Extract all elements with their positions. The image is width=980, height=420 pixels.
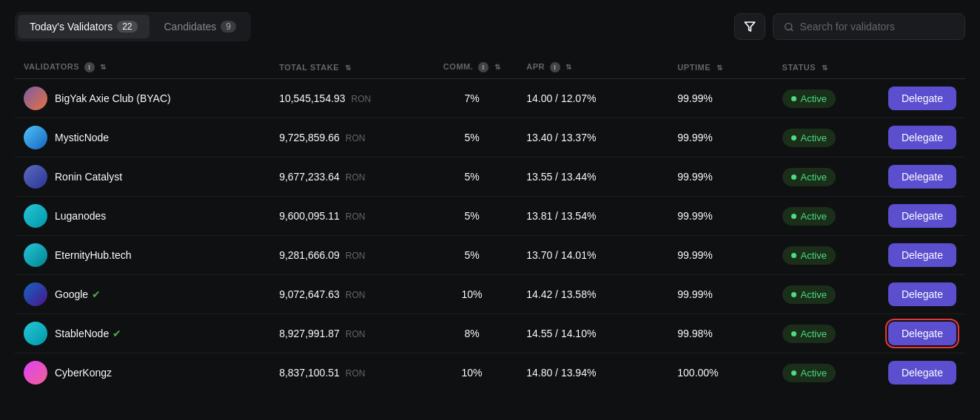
validators-sort-icon[interactable]: ⇅ bbox=[100, 63, 107, 71]
avatar-5 bbox=[24, 282, 47, 306]
table-row: BigYak Axie Club (BYAC) 10,545,154.93 RO… bbox=[15, 79, 965, 118]
comm-cell-5: 10% bbox=[426, 275, 517, 314]
apr-cell-2: 13.55 / 13.44% bbox=[517, 158, 668, 197]
status-cell-2: Active bbox=[773, 158, 879, 197]
comm-info-icon[interactable]: i bbox=[478, 62, 489, 72]
validator-cell-4: EternityHub.tech bbox=[15, 236, 270, 275]
tab-candidates-count: 9 bbox=[221, 21, 236, 33]
uptime-cell-4: 99.99% bbox=[668, 236, 773, 275]
col-header-comm: COMM. i ⇅ bbox=[426, 56, 517, 79]
status-cell-0: Active bbox=[773, 79, 879, 118]
validator-name-0: BigYak Axie Club (BYAC) bbox=[55, 92, 171, 104]
avatar-3 bbox=[24, 204, 47, 228]
delegate-button-5[interactable]: Delegate bbox=[888, 282, 956, 306]
tab-today-validators[interactable]: Today's Validators 22 bbox=[18, 15, 150, 38]
tab-candidates[interactable]: Candidates 9 bbox=[152, 15, 249, 38]
action-cell-2: Delegate bbox=[879, 158, 965, 197]
comm-cell-4: 5% bbox=[426, 236, 517, 275]
verified-icon: ✔ bbox=[92, 288, 101, 300]
uptime-cell-6: 99.98% bbox=[668, 314, 773, 353]
uptime-sort-icon[interactable]: ⇅ bbox=[716, 64, 723, 72]
comm-sort-icon[interactable]: ⇅ bbox=[494, 63, 501, 71]
uptime-cell-2: 99.99% bbox=[668, 158, 773, 197]
apr-cell-3: 13.81 / 13.54% bbox=[517, 197, 668, 236]
validator-name-3: Luganodes bbox=[55, 210, 106, 222]
validator-name-6: StableNode ✔ bbox=[55, 328, 121, 339]
comm-cell-3: 5% bbox=[426, 197, 517, 236]
validator-name-5: Google ✔ bbox=[55, 288, 101, 300]
status-cell-1: Active bbox=[773, 118, 879, 158]
stake-cell-4: 9,281,666.09 RON bbox=[270, 236, 426, 275]
search-icon bbox=[784, 21, 794, 33]
delegate-button-7[interactable]: Delegate bbox=[888, 361, 956, 385]
action-cell-7: Delegate bbox=[879, 353, 965, 393]
status-badge-2: Active bbox=[782, 168, 836, 186]
delegate-button-0[interactable]: Delegate bbox=[888, 87, 956, 110]
validator-cell-7: CyberKongz bbox=[15, 353, 270, 393]
validator-name-2: Ronin Catalyst bbox=[55, 171, 122, 183]
uptime-cell-3: 99.99% bbox=[668, 197, 773, 236]
uptime-cell-7: 100.00% bbox=[668, 353, 773, 393]
status-sort-icon[interactable]: ⇅ bbox=[822, 64, 828, 72]
search-bar bbox=[773, 13, 965, 40]
table-row: CyberKongz 8,837,100.51 RON 10% 14.80 / … bbox=[15, 353, 965, 393]
delegate-button-6[interactable]: Delegate bbox=[888, 322, 956, 345]
col-header-validators: VALIDATORS i ⇅ bbox=[15, 56, 270, 79]
col-header-apr: APR i ⇅ bbox=[517, 56, 668, 79]
stake-cell-7: 8,837,100.51 RON bbox=[270, 353, 426, 393]
right-controls bbox=[734, 13, 965, 40]
delegate-button-1[interactable]: Delegate bbox=[888, 126, 956, 149]
status-dot-0 bbox=[791, 96, 796, 101]
validator-name-4: EternityHub.tech bbox=[55, 249, 132, 261]
avatar-1 bbox=[24, 126, 47, 149]
comm-cell-1: 5% bbox=[426, 118, 517, 158]
action-cell-1: Delegate bbox=[879, 118, 965, 158]
delegate-button-3[interactable]: Delegate bbox=[888, 204, 956, 228]
validators-table: VALIDATORS i ⇅ TOTAL STAKE ⇅ COMM. i ⇅ A… bbox=[15, 56, 965, 392]
status-badge-7: Active bbox=[782, 364, 836, 382]
apr-cell-4: 13.70 / 14.01% bbox=[517, 236, 668, 275]
action-cell-5: Delegate bbox=[879, 275, 965, 314]
status-badge-6: Active bbox=[782, 325, 836, 343]
col-header-action bbox=[879, 56, 965, 79]
status-dot-4 bbox=[791, 253, 796, 258]
status-dot-2 bbox=[791, 175, 796, 180]
apr-sort-icon[interactable]: ⇅ bbox=[565, 63, 572, 71]
search-input[interactable] bbox=[800, 21, 954, 33]
validator-cell-6: StableNode ✔ bbox=[15, 314, 270, 353]
top-bar: Today's Validators 22 Candidates 9 bbox=[15, 12, 965, 41]
apr-info-icon[interactable]: i bbox=[550, 62, 560, 72]
comm-cell-0: 7% bbox=[426, 79, 517, 118]
status-dot-1 bbox=[791, 135, 796, 140]
stake-cell-6: 8,927,991.87 RON bbox=[270, 314, 426, 353]
delegate-button-2[interactable]: Delegate bbox=[888, 165, 956, 189]
apr-cell-7: 14.80 / 13.94% bbox=[517, 353, 668, 393]
filter-icon bbox=[744, 21, 756, 33]
delegate-button-4[interactable]: Delegate bbox=[888, 243, 956, 267]
validator-name-7: CyberKongz bbox=[55, 367, 112, 379]
stake-sort-icon[interactable]: ⇅ bbox=[345, 64, 352, 72]
tab-today-count: 22 bbox=[117, 21, 137, 33]
status-dot-5 bbox=[791, 292, 796, 297]
comm-cell-7: 10% bbox=[426, 353, 517, 393]
status-badge-3: Active bbox=[782, 207, 836, 226]
tab-group: Today's Validators 22 Candidates 9 bbox=[15, 12, 251, 41]
table-row: Luganodes 9,600,095.11 RON 5% 13.81 / 13… bbox=[15, 197, 965, 236]
table-header-row: VALIDATORS i ⇅ TOTAL STAKE ⇅ COMM. i ⇅ A… bbox=[15, 56, 965, 79]
validators-info-icon[interactable]: i bbox=[84, 62, 95, 72]
filter-button[interactable] bbox=[734, 13, 765, 40]
comm-cell-2: 5% bbox=[426, 158, 517, 197]
status-dot-7 bbox=[791, 370, 796, 376]
tab-candidates-label: Candidates bbox=[164, 21, 217, 33]
stake-cell-3: 9,600,095.11 RON bbox=[270, 197, 426, 236]
status-cell-6: Active bbox=[773, 314, 879, 353]
validator-cell-3: Luganodes bbox=[15, 197, 270, 236]
apr-cell-5: 14.42 / 13.58% bbox=[517, 275, 668, 314]
validator-name-1: MysticNode bbox=[55, 132, 109, 143]
verified-icon: ✔ bbox=[113, 328, 121, 339]
page-container: Today's Validators 22 Candidates 9 bbox=[0, 0, 980, 404]
avatar-6 bbox=[24, 322, 47, 345]
validator-cell-2: Ronin Catalyst bbox=[15, 158, 270, 197]
table-row: EternityHub.tech 9,281,666.09 RON 5% 13.… bbox=[15, 236, 965, 275]
col-header-status: STATUS ⇅ bbox=[773, 56, 879, 79]
